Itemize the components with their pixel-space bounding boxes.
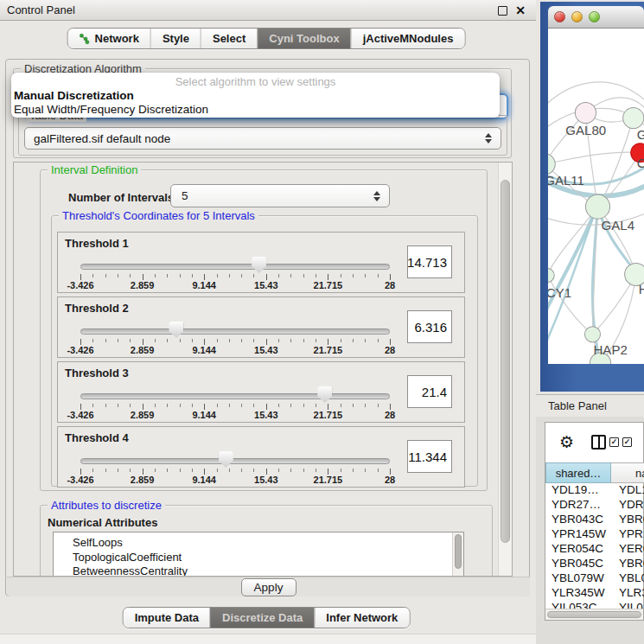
mode-tab-infer-network[interactable]: Infer Network xyxy=(314,608,409,628)
tick-label: 21.715 xyxy=(314,345,343,355)
tick-mark xyxy=(328,339,328,345)
cell-shared-name[interactable]: YBR045C xyxy=(545,557,611,571)
cell-name[interactable]: YBR0 xyxy=(611,513,644,527)
attribute-item-selfloops[interactable]: SelfLoops xyxy=(54,536,463,551)
horizontal-scrollbar[interactable] xyxy=(545,609,643,620)
cell-name[interactable]: YDL1 xyxy=(611,483,644,498)
network-node[interactable] xyxy=(575,102,596,123)
algorithm-option-equal-width-frequency-discretization[interactable]: Equal Width/Frequency Discretization xyxy=(11,103,500,117)
gear-icon[interactable]: ⚙ xyxy=(559,434,574,450)
split-columns-icon[interactable] xyxy=(591,435,606,450)
table-row[interactable]: YBR043CYBR0 xyxy=(545,513,644,527)
network-canvas[interactable]: GAL80GACGAL11GAL4GCY1HHAP2 xyxy=(548,29,644,364)
checkbox-icon[interactable]: ✓ xyxy=(622,437,632,447)
network-graph[interactable]: GAL80GACGAL11GAL4GCY1HHAP2 xyxy=(548,29,644,364)
table-data-combobox[interactable]: galFiltered.sif default node xyxy=(24,127,501,150)
horizontal-scrollbar-thumb[interactable] xyxy=(547,611,641,618)
screen: Control Panel ✕ NetworkStyleSelectCyni T… xyxy=(0,0,644,644)
mode-tab-impute-data[interactable]: Impute Data xyxy=(124,608,210,628)
cell-shared-name[interactable]: YLR345W xyxy=(545,586,611,601)
cell-shared-name[interactable]: YDL19… xyxy=(545,483,611,498)
cell-shared-name[interactable]: YBR043C xyxy=(545,513,611,527)
threshold-value-input[interactable]: 11.344 xyxy=(407,440,452,473)
slider-thumb[interactable] xyxy=(252,257,266,273)
tick-mark xyxy=(253,469,254,472)
cell-name[interactable]: YBR0 xyxy=(611,557,644,571)
slider-track[interactable] xyxy=(80,458,390,464)
attribute-item-betweennesscentrality[interactable]: BetweennessCentrality xyxy=(54,564,463,577)
tab-label: Network xyxy=(95,32,139,45)
tick-mark xyxy=(92,339,93,342)
zoom-traffic-light-icon[interactable] xyxy=(589,11,600,22)
column-header-name[interactable]: name xyxy=(611,462,644,483)
slider-thumb[interactable] xyxy=(317,386,332,403)
table-row[interactable]: YBL079WYBL0 xyxy=(545,571,644,586)
network-node[interactable] xyxy=(548,268,554,282)
network-window-titlebar[interactable] xyxy=(548,6,644,29)
tab-jactivemnodules[interactable]: jActiveMNodules xyxy=(351,29,465,48)
interval-definition-group: Interval Definition Number of Intervals … xyxy=(40,169,488,491)
settings-scrollbar-thumb[interactable] xyxy=(501,180,510,543)
tab-style[interactable]: Style xyxy=(150,29,201,48)
cell-shared-name[interactable]: YBL079W xyxy=(545,571,611,586)
threshold-label: Threshold 1 xyxy=(65,237,129,250)
settings-scrollbar[interactable] xyxy=(498,163,512,576)
tab-select[interactable]: Select xyxy=(201,29,257,48)
table-row[interactable]: YPR145WYPR1 xyxy=(545,527,644,542)
network-node[interactable] xyxy=(585,194,609,219)
table-row[interactable]: YDL19…YDL1 xyxy=(545,483,644,498)
tick-mark xyxy=(192,274,193,277)
right-column: GAL80GACGAL11GAL4GCY1HHAP2 Table Panel ⚙… xyxy=(536,0,644,644)
cell-name[interactable]: YBL0 xyxy=(611,571,644,586)
table-row[interactable]: YBR045CYBR0 xyxy=(545,557,644,571)
tick-mark xyxy=(378,274,379,277)
float-window-icon[interactable] xyxy=(498,6,507,16)
tab-network[interactable]: Network xyxy=(68,29,150,48)
close-traffic-light-icon[interactable] xyxy=(554,11,565,22)
spinner-stepper-icon[interactable] xyxy=(373,191,380,201)
combo-stepper-icon[interactable] xyxy=(485,133,492,143)
threshold-value-input[interactable]: 14.713 xyxy=(407,245,452,278)
table-row[interactable]: YDR27…YDR2 xyxy=(545,498,644,513)
column-header-shared-name[interactable]: shared… xyxy=(545,462,611,483)
close-icon[interactable]: ✕ xyxy=(515,4,526,16)
tick-label: 15.43 xyxy=(254,475,278,485)
slider-thumb[interactable] xyxy=(169,322,183,338)
cell-name[interactable]: YLR3 xyxy=(611,586,644,601)
cell-name[interactable]: YER0 xyxy=(611,542,644,557)
interval-definition-title: Interval Definition xyxy=(48,163,141,176)
tick-mark xyxy=(204,339,205,345)
slider-track[interactable] xyxy=(80,264,390,270)
checkbox-icon[interactable]: ✓ xyxy=(609,437,619,447)
threshold-value-input[interactable]: 6.316 xyxy=(407,310,452,343)
threshold-value-input[interactable]: 21.4 xyxy=(407,375,452,408)
tick-mark xyxy=(303,404,304,407)
apply-button[interactable]: Apply xyxy=(241,578,296,596)
numerical-attributes-list[interactable]: SelfLoopsTopologicalCoefficientBetweenne… xyxy=(53,532,464,577)
network-node[interactable] xyxy=(584,327,600,342)
table-row[interactable]: YLR345WYLR3 xyxy=(545,586,644,601)
list-scrollbar[interactable] xyxy=(452,532,463,577)
attribute-item-topologicalcoefficient[interactable]: TopologicalCoefficient xyxy=(54,551,463,565)
cell-name[interactable]: YPR1 xyxy=(611,527,644,542)
tab-cyni-toolbox[interactable]: Cyni Toolbox xyxy=(257,29,350,48)
tick-mark xyxy=(167,404,168,407)
list-scrollbar-thumb[interactable] xyxy=(455,534,462,569)
network-node[interactable] xyxy=(548,154,555,175)
slider-thumb[interactable] xyxy=(219,451,233,468)
tick-mark xyxy=(105,404,106,407)
cell-shared-name[interactable]: YDR27… xyxy=(545,498,611,513)
mode-tab-discretize-data[interactable]: Discretize Data xyxy=(210,608,314,628)
network-node[interactable] xyxy=(623,107,644,128)
algorithm-option-manual-discretization[interactable]: Manual Discretization xyxy=(11,89,500,103)
slider-track[interactable] xyxy=(80,393,390,399)
cell-shared-name[interactable]: YPR145W xyxy=(545,527,611,542)
tick-mark xyxy=(328,404,328,410)
table-row[interactable]: YER054CYER0 xyxy=(545,542,644,557)
number-of-intervals-spinner[interactable]: 5 xyxy=(170,184,390,207)
minimize-traffic-light-icon[interactable] xyxy=(571,11,583,22)
tick-mark xyxy=(316,404,316,407)
cell-shared-name[interactable]: YER054C xyxy=(545,542,611,557)
cell-name[interactable]: YDR2 xyxy=(611,498,644,513)
slider-track[interactable] xyxy=(80,328,390,335)
